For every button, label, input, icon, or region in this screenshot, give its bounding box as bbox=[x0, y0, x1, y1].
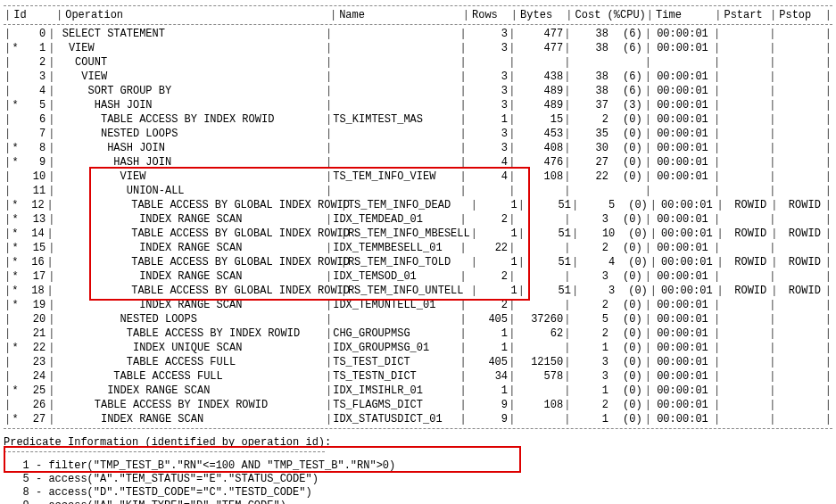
cell-id: 15 bbox=[21, 241, 47, 255]
cell-name: TS_TEM_INFO_VIEW bbox=[333, 169, 459, 184]
predicate-info-section: Predicate Information (identified by ope… bbox=[4, 436, 832, 504]
cell-rows: 22 bbox=[468, 241, 508, 255]
cell-id: 19 bbox=[21, 298, 47, 312]
cell-cost: 3 bbox=[579, 284, 615, 298]
cell-cpu: (0) bbox=[608, 355, 644, 369]
star-marker bbox=[12, 112, 20, 127]
cell-time: 00:00:01 bbox=[652, 298, 713, 312]
cell-cost: 35 bbox=[572, 127, 608, 141]
cell-bytes bbox=[516, 384, 563, 398]
cell-time: 00:00:01 bbox=[652, 269, 713, 284]
cell-id: 6 bbox=[21, 112, 47, 127]
col-time: Time bbox=[654, 8, 714, 22]
cell-name: TS_TESTN_DICT bbox=[333, 369, 459, 384]
col-op: Operation bbox=[63, 8, 329, 22]
cell-cpu bbox=[608, 55, 644, 70]
star-marker: * bbox=[12, 155, 20, 169]
cell-name bbox=[333, 141, 459, 155]
cell-cost: 2 bbox=[572, 112, 608, 127]
plan-row: |*25| INDEX RANGE SCAN|IDX_IMSIHLR_01|1|… bbox=[4, 384, 832, 398]
cell-time: 00:00:01 bbox=[652, 127, 713, 141]
cell-pstop bbox=[777, 127, 824, 141]
plan-row: |2| COUNT|||||||| bbox=[4, 55, 832, 70]
plan-row: |20| NESTED LOOPS||405|37260|5(0)|00:00:… bbox=[4, 312, 832, 326]
cell-pstop bbox=[777, 312, 824, 326]
cell-name: IDX_TEMSOD_01 bbox=[333, 269, 459, 284]
cell-rows: 1 bbox=[468, 112, 508, 127]
cell-id: 27 bbox=[21, 412, 47, 426]
cell-cost: 2 bbox=[572, 241, 608, 255]
cell-cpu: (0) bbox=[608, 212, 644, 227]
cell-time: 00:00:01 bbox=[652, 326, 713, 341]
cell-cpu: (0) bbox=[608, 112, 644, 127]
cell-operation: VIEW bbox=[56, 169, 325, 184]
cell-id: 5 bbox=[21, 98, 47, 112]
cell-cost: 38 bbox=[572, 84, 608, 98]
cell-cpu: (0) bbox=[608, 412, 644, 426]
plan-row: |*15| INDEX RANGE SCAN|IDX_TEMMBESELL_01… bbox=[4, 241, 832, 255]
cell-pstart bbox=[721, 384, 768, 398]
cell-operation: COUNT bbox=[56, 55, 325, 70]
cell-rows: 3 bbox=[468, 141, 508, 155]
cell-id: 10 bbox=[21, 169, 47, 184]
cell-rows: 3 bbox=[468, 41, 508, 55]
cell-id: 2 bbox=[21, 55, 47, 70]
cell-time: 00:00:01 bbox=[658, 227, 716, 241]
cell-cpu: (0) bbox=[608, 127, 644, 141]
plan-row: |*27| INDEX RANGE SCAN|IDX_STATUSDICT_01… bbox=[4, 412, 832, 426]
cell-name: RS_TEM_INFO_UNTELL bbox=[348, 284, 470, 298]
cell-pstop bbox=[777, 298, 824, 312]
cell-cost: 1 bbox=[572, 384, 608, 398]
cell-name bbox=[333, 312, 459, 326]
cell-operation: VIEW bbox=[56, 70, 325, 84]
cell-pstop bbox=[777, 326, 824, 341]
plan-row: |7| NESTED LOOPS||3|453|35(0)|00:00:01||… bbox=[4, 127, 832, 141]
cell-pstart: ROWID bbox=[724, 255, 770, 269]
cell-cpu: (0) bbox=[615, 255, 650, 269]
cell-pstart: ROWID bbox=[724, 227, 770, 241]
cell-cpu: (0) bbox=[608, 341, 644, 355]
cell-id: 7 bbox=[21, 127, 47, 141]
cell-pstop bbox=[777, 84, 824, 98]
cell-cost: 2 bbox=[572, 398, 608, 412]
cell-rows: 3 bbox=[468, 84, 508, 98]
cell-id: 25 bbox=[21, 384, 47, 398]
star-marker: * bbox=[12, 98, 20, 112]
star-marker bbox=[12, 70, 20, 84]
cell-rows: 1 bbox=[478, 255, 517, 269]
cell-operation: HASH JOIN bbox=[56, 141, 325, 155]
cell-rows: 405 bbox=[468, 312, 508, 326]
cell-id: 0 bbox=[21, 27, 47, 41]
cell-cpu bbox=[608, 184, 644, 198]
cell-operation: INDEX RANGE SCAN bbox=[56, 212, 325, 227]
cell-cost: 3 bbox=[572, 269, 608, 284]
cell-pstop bbox=[777, 184, 824, 198]
cell-bytes bbox=[516, 212, 563, 227]
star-marker: * bbox=[12, 284, 20, 298]
cell-id: 21 bbox=[21, 326, 47, 341]
cell-pstart: ROWID bbox=[724, 198, 770, 212]
cell-name: IDX_GROUPMSG_01 bbox=[333, 341, 459, 355]
cell-bytes: 476 bbox=[516, 155, 563, 169]
cell-time: 00:00:01 bbox=[652, 369, 713, 384]
star-marker: * bbox=[12, 198, 20, 212]
plan-row: |*14| TABLE ACCESS BY GLOBAL INDEX ROWID… bbox=[4, 227, 832, 241]
cell-pstop bbox=[777, 355, 824, 369]
star-marker bbox=[12, 326, 20, 341]
cell-rows: 1 bbox=[478, 284, 517, 298]
cell-rows: 2 bbox=[468, 298, 508, 312]
cell-id: 13 bbox=[21, 212, 47, 227]
cell-pstop bbox=[777, 155, 824, 169]
cell-operation: TABLE ACCESS FULL bbox=[56, 355, 325, 369]
cell-cost: 38 bbox=[572, 41, 608, 55]
cell-pstop bbox=[777, 141, 824, 155]
cell-pstart bbox=[721, 184, 768, 198]
cell-bytes bbox=[516, 412, 563, 426]
cell-rows: 34 bbox=[468, 369, 508, 384]
cell-cpu: (0) bbox=[608, 298, 644, 312]
cell-cpu: (0) bbox=[615, 284, 650, 298]
cell-cpu: (0) bbox=[608, 155, 644, 169]
star-marker bbox=[12, 355, 20, 369]
cell-id: 14 bbox=[20, 227, 46, 241]
cell-name bbox=[333, 55, 459, 70]
